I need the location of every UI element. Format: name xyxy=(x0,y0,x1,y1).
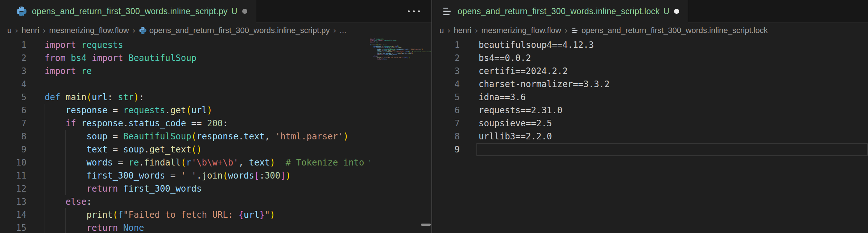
breadcrumb-separator: › xyxy=(132,26,136,35)
tab-python-file[interactable]: opens_and_return_first_300_words.inline_… xyxy=(0,0,256,23)
line-number: 9 xyxy=(432,143,460,156)
breadcrumb-separator: › xyxy=(565,26,568,35)
line-number: 13 xyxy=(0,195,26,208)
code-line[interactable]: import re xyxy=(45,65,370,78)
code-editor-python[interactable]: 123456789101112131415 import requestsfro… xyxy=(0,38,431,233)
tab-lock-file[interactable]: opens_and_return_first_300_words.inline_… xyxy=(432,0,688,23)
breadcrumb-separator: › xyxy=(447,26,450,35)
code-line[interactable]: charset-normalizer==3.3.2 xyxy=(479,78,868,91)
line-number: 2 xyxy=(0,52,26,65)
code-line[interactable]: soup = BeautifulSoup(response.text, 'htm… xyxy=(45,130,370,143)
code-line[interactable]: return None xyxy=(45,221,370,233)
tab-bar-right: opens_and_return_first_300_words.inline_… xyxy=(432,0,868,23)
code-line[interactable]: idna==3.6 xyxy=(479,91,868,104)
line-number: 6 xyxy=(432,104,460,117)
breadcrumb-item[interactable]: opens_and_return_first_300_words.inline_… xyxy=(571,26,768,35)
git-status-badge: U xyxy=(663,7,669,16)
line-number: 8 xyxy=(0,130,26,143)
code-line[interactable]: soupsieve==2.5 xyxy=(479,117,868,130)
breadcrumb-separator: › xyxy=(15,26,18,35)
code-line[interactable]: def main(url: str): xyxy=(45,91,370,104)
breadcrumb-separator: › xyxy=(475,26,478,35)
line-number: 1 xyxy=(0,38,26,52)
breadcrumb-item[interactable]: henri xyxy=(454,26,471,35)
code-line[interactable]: response = requests.get(url) xyxy=(45,104,370,117)
breadcrumb-separator: › xyxy=(42,26,46,35)
list-icon xyxy=(571,26,579,34)
code-line[interactable]: urllib3==2.2.0 xyxy=(479,130,868,143)
editor-split-view: opens_and_return_first_300_words.inline_… xyxy=(0,0,868,233)
more-actions-icon[interactable] xyxy=(408,10,420,12)
minimap[interactable]: import requestsfrom bs4 import Beautiful… xyxy=(370,38,431,233)
code-line[interactable]: import requests xyxy=(45,38,370,52)
git-status-badge: U xyxy=(231,7,237,16)
line-number: 7 xyxy=(0,117,26,130)
breadcrumb-separator: › xyxy=(333,26,336,35)
line-number: 4 xyxy=(0,78,26,91)
line-number: 8 xyxy=(432,130,460,143)
code-editor-lock[interactable]: 123456789 beautifulsoup4==4.12.3bs4==0.0… xyxy=(432,38,868,233)
breadcrumb-item[interactable]: mesmerizing_flow.flow xyxy=(481,26,561,35)
line-number: 5 xyxy=(0,91,26,104)
code-line[interactable]: else: xyxy=(45,195,370,208)
line-number-gutter[interactable]: 123456789101112131415 xyxy=(0,38,45,233)
line-number: 4 xyxy=(432,78,460,91)
list-file-icon xyxy=(442,6,453,17)
code-line[interactable]: text = soup.get_text() xyxy=(45,143,370,156)
code-content[interactable]: import requestsfrom bs4 import Beautiful… xyxy=(45,38,370,233)
code-line[interactable] xyxy=(45,78,370,91)
code-line[interactable]: requests==2.31.0 xyxy=(479,104,868,117)
code-line[interactable]: print(f"Failed to fetch URL: {url}") xyxy=(45,208,370,221)
breadcrumb-item[interactable]: mesmerizing_flow.flow xyxy=(49,26,129,35)
indent-guide xyxy=(65,208,66,233)
code-line[interactable]: return None xyxy=(370,58,431,60)
current-line-highlight xyxy=(476,143,868,156)
editor-group-left: opens_and_return_first_300_words.inline_… xyxy=(0,0,431,233)
code-line[interactable]: words = re.findall(r'\b\w+\b', text) # T… xyxy=(45,156,370,169)
line-number: 1 xyxy=(432,38,460,52)
line-number: 2 xyxy=(432,52,460,65)
unsaved-dot[interactable] xyxy=(674,9,679,14)
indent-guide xyxy=(45,104,45,233)
code-line[interactable]: bs4==0.0.2 xyxy=(479,52,868,65)
python-icon xyxy=(139,26,147,34)
breadcrumb-item[interactable]: u xyxy=(439,26,444,35)
line-number: 7 xyxy=(432,117,460,130)
line-number: 15 xyxy=(0,221,26,233)
python-icon xyxy=(16,6,27,17)
line-number: 12 xyxy=(0,182,26,195)
line-number: 14 xyxy=(0,208,26,221)
code-line[interactable]: if response.status_code == 200: xyxy=(45,117,370,130)
editor-group-right: opens_and_return_first_300_words.inline_… xyxy=(431,0,868,233)
breadcrumb-item[interactable]: henri xyxy=(21,26,39,35)
line-number: 3 xyxy=(432,65,460,78)
tab-bar-left: opens_and_return_first_300_words.inline_… xyxy=(0,0,431,23)
unsaved-dot[interactable] xyxy=(242,9,247,14)
line-number: 5 xyxy=(432,91,460,104)
tab-label: opens_and_return_first_300_words.inline_… xyxy=(458,7,660,16)
code-line[interactable]: from bs4 import BeautifulSoup xyxy=(45,52,370,65)
line-number: 9 xyxy=(0,143,26,156)
code-line[interactable]: first_300_words = ' '.join(words[:300]) xyxy=(45,169,370,182)
line-number-gutter[interactable]: 123456789 xyxy=(432,38,479,233)
line-number: 10 xyxy=(0,156,26,169)
tab-label: opens_and_return_first_300_words.inline_… xyxy=(32,7,228,16)
line-number: 6 xyxy=(0,104,26,117)
code-content[interactable]: beautifulsoup4==4.12.3bs4==0.0.2certifi=… xyxy=(479,38,868,233)
breadcrumb-item[interactable]: opens_and_return_first_300_words.inline_… xyxy=(139,26,330,35)
line-number: 11 xyxy=(0,169,26,182)
breadcrumb: u›henri›mesmerizing_flow.flow›opens_and_… xyxy=(0,23,431,38)
indent-guide xyxy=(65,130,66,195)
breadcrumb-item[interactable]: ... xyxy=(340,26,346,35)
scrollbar-marker[interactable] xyxy=(421,224,431,226)
line-number: 3 xyxy=(0,65,26,78)
code-line[interactable]: certifi==2024.2.2 xyxy=(479,65,868,78)
code-line[interactable]: return first_300_words xyxy=(45,182,370,195)
breadcrumb-item[interactable]: u xyxy=(7,26,12,35)
breadcrumb: u›henri›mesmerizing_flow.flow›opens_and_… xyxy=(432,23,868,38)
code-line[interactable]: beautifulsoup4==4.12.3 xyxy=(479,38,868,52)
